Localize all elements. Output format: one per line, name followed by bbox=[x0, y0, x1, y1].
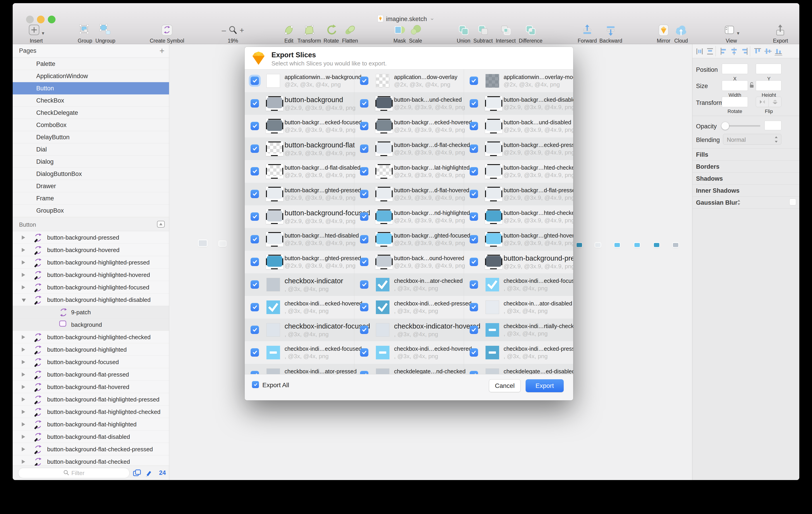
toolbar-item-subtract[interactable]: Subtract bbox=[473, 23, 493, 44]
disclosure-triangle-icon[interactable] bbox=[22, 273, 25, 277]
toolbar-item-create-symbol[interactable]: Create Symbol bbox=[150, 23, 184, 44]
slice-checkbox[interactable] bbox=[470, 167, 478, 176]
toolbar-item-mask[interactable]: Mask bbox=[394, 23, 406, 44]
height-input[interactable] bbox=[756, 80, 781, 91]
slice-checkbox[interactable] bbox=[251, 303, 259, 311]
toolbar-item-export[interactable]: Export bbox=[773, 23, 788, 44]
layer-row-button-background-highlighted-disabled[interactable]: button-background-highlighted-disabled bbox=[13, 294, 169, 306]
disclosure-triangle-icon[interactable] bbox=[22, 299, 26, 302]
slice-checkbox[interactable] bbox=[360, 235, 368, 243]
layer-row-9-patch[interactable]: 9-patch bbox=[13, 306, 169, 319]
slice-checkbox[interactable] bbox=[470, 258, 478, 266]
view-icon[interactable]: ▾ bbox=[723, 23, 739, 37]
page-item-delaybutton[interactable]: DelayButton bbox=[13, 131, 169, 143]
page-item-dialog[interactable]: Dialog bbox=[13, 156, 169, 168]
align-right-icon[interactable] bbox=[740, 47, 749, 57]
slice-checkbox[interactable] bbox=[470, 145, 478, 153]
cloud-icon[interactable] bbox=[674, 23, 688, 37]
layer-row-button-background-flat-checked-pressed[interactable]: button-background-flat-checked-pressed bbox=[13, 443, 169, 455]
page-item-combobox[interactable]: ComboBox bbox=[13, 119, 169, 131]
insert-icon[interactable]: ▾ bbox=[28, 23, 44, 37]
export-button[interactable]: Export bbox=[526, 379, 564, 392]
group-icon[interactable] bbox=[78, 23, 92, 37]
toolbar-item-group[interactable]: Group bbox=[78, 23, 92, 44]
section-gaussian-blur[interactable]: Gaussian Blur bbox=[696, 199, 737, 206]
layer-row-button-background-highlighted-focused[interactable]: button-background-highlighted-focused bbox=[13, 281, 169, 294]
mirror-icon[interactable] bbox=[657, 23, 670, 37]
canvas-slice-thumbnail[interactable] bbox=[199, 240, 207, 246]
slice-checkbox[interactable] bbox=[360, 77, 368, 85]
slice-checkbox[interactable] bbox=[251, 145, 259, 153]
slice-checkbox[interactable] bbox=[360, 303, 368, 311]
toolbar-item-ungroup[interactable]: Ungroup bbox=[95, 23, 115, 44]
disclosure-triangle-icon[interactable] bbox=[22, 261, 25, 265]
slice-checkbox[interactable] bbox=[360, 326, 368, 334]
toolbar-item-rotate[interactable]: Rotate bbox=[323, 23, 339, 44]
slice-checkbox[interactable] bbox=[360, 280, 368, 289]
pages-panel-icon[interactable] bbox=[133, 469, 142, 478]
backward-icon[interactable] bbox=[600, 23, 622, 37]
scale-icon[interactable] bbox=[409, 23, 422, 37]
canvas-slice-thumbnail[interactable] bbox=[577, 243, 582, 247]
slice-checkbox[interactable] bbox=[470, 99, 478, 108]
slice-checkbox[interactable] bbox=[360, 258, 368, 266]
slice-checkbox[interactable] bbox=[251, 371, 259, 374]
toolbar-item-difference[interactable]: Difference bbox=[519, 23, 542, 44]
canvas-slice-thumbnail[interactable] bbox=[634, 243, 640, 247]
toolbar-item-transform[interactable]: Transform bbox=[297, 23, 321, 44]
toolbar-item-backward[interactable]: Backward bbox=[600, 23, 622, 44]
disclosure-triangle-icon[interactable] bbox=[22, 347, 25, 352]
slice-checkbox[interactable] bbox=[470, 212, 478, 221]
page-item-palette[interactable]: Palette bbox=[13, 58, 169, 70]
position-y-input[interactable] bbox=[756, 64, 781, 74]
page-item-checkdelegate[interactable]: CheckDelegate bbox=[13, 107, 169, 119]
slice-checkbox[interactable] bbox=[470, 371, 478, 374]
layer-row-button-background-hovered[interactable]: button-background-hovered bbox=[13, 244, 169, 256]
toolbar-item-cloud[interactable]: Cloud bbox=[674, 23, 688, 44]
flip-horizontal-icon[interactable] bbox=[756, 97, 769, 107]
section-inner-shadows[interactable]: Inner Shadows bbox=[696, 187, 740, 194]
toolbar-item-insert[interactable]: ▾Insert bbox=[28, 23, 44, 44]
flatten-icon[interactable] bbox=[342, 23, 358, 37]
layer-row-button-background-flat-pressed[interactable]: button-background-flat-pressed bbox=[13, 368, 169, 381]
subtract-icon[interactable] bbox=[473, 23, 493, 37]
slice-checkbox[interactable] bbox=[251, 99, 259, 108]
toolbar-item-forward[interactable]: Forward bbox=[578, 23, 597, 44]
layer-row-button-background-highlighted-checked[interactable]: button-background-highlighted-checked bbox=[13, 331, 169, 343]
toolbar-item-mirror[interactable]: Mirror bbox=[657, 23, 670, 44]
disclosure-triangle-icon[interactable] bbox=[22, 422, 25, 426]
intersect-icon[interactable] bbox=[496, 23, 516, 37]
page-item-drawer[interactable]: Drawer bbox=[13, 180, 169, 192]
toolbar-item-scale[interactable]: Scale bbox=[409, 23, 422, 44]
disclosure-triangle-icon[interactable] bbox=[22, 372, 25, 376]
artboard-list-icon[interactable] bbox=[157, 220, 165, 229]
layer-row-background[interactable]: background bbox=[13, 319, 169, 331]
layer-row-button-background-flat-disabled[interactable]: button-background-flat-disabled bbox=[13, 430, 169, 443]
layer-row-button-background-highlighted-pressed[interactable]: button-background-highlighted-pressed bbox=[13, 256, 169, 269]
toolbar-item-view[interactable]: ▾View bbox=[723, 23, 739, 44]
canvas-slice-thumbnail[interactable] bbox=[219, 241, 226, 246]
slice-checkbox[interactable] bbox=[360, 167, 368, 176]
section-borders[interactable]: Borders bbox=[696, 163, 720, 170]
disclosure-triangle-icon[interactable] bbox=[22, 335, 25, 339]
toolbar-item-union[interactable]: Union bbox=[457, 23, 470, 44]
section-fills[interactable]: Fills bbox=[696, 151, 708, 158]
page-item-frame[interactable]: Frame bbox=[13, 192, 169, 205]
lock-icon[interactable] bbox=[749, 82, 754, 89]
close-button[interactable] bbox=[26, 16, 34, 23]
export-all-checkbox[interactable] bbox=[252, 381, 259, 388]
slice-checkbox[interactable] bbox=[251, 235, 259, 243]
edit-icon[interactable] bbox=[283, 23, 295, 37]
slice-checkbox[interactable] bbox=[470, 303, 478, 311]
canvas-slice-thumbnail[interactable] bbox=[654, 243, 659, 247]
add-page-button[interactable]: + bbox=[160, 46, 165, 56]
page-item-groupbox[interactable]: GroupBox bbox=[13, 205, 169, 217]
disclosure-triangle-icon[interactable] bbox=[22, 285, 25, 290]
ungroup-icon[interactable] bbox=[95, 23, 115, 37]
disclosure-triangle-icon[interactable] bbox=[22, 397, 25, 401]
slice-checkbox[interactable] bbox=[470, 235, 478, 243]
page-item-applicationwindow[interactable]: ApplicationWindow bbox=[13, 70, 169, 82]
disclosure-triangle-icon[interactable] bbox=[22, 410, 25, 414]
zoom-icon[interactable]: –+ bbox=[222, 23, 244, 37]
distribute-horizontally-icon[interactable] bbox=[695, 47, 704, 57]
